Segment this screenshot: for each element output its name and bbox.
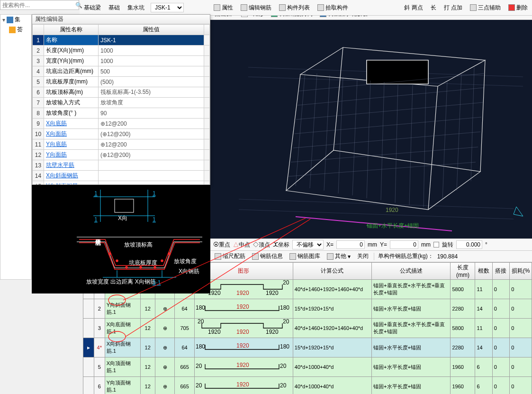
rebar-lap[interactable]: 0 [492, 338, 509, 357]
rebar-calc[interactable]: 40*d+1460+1920+1460+40*d [293, 280, 371, 299]
rebar-l[interactable]: 705 [175, 319, 195, 338]
rebar-row[interactable]: 6Y向顶面钢筋.112⊕665 20 1920 2040*d+1000+40*d… [83, 377, 532, 394]
collapse-icon[interactable]: ▾ [2, 17, 5, 23]
preview-2d[interactable]: 1 1 1 1 X向 坑壁水平筋 放坡顶标高 坑底板厚度 放坡角度 X向钢筋 [32, 185, 210, 293]
rebar-calc[interactable]: 40*d+1000+40*d [293, 377, 371, 394]
rebar-l[interactable]: 665 [175, 377, 195, 394]
prop-row[interactable]: 4坑底出边距离(mm)500 [33, 66, 210, 77]
col-len[interactable]: 长度(mm) [451, 263, 475, 280]
rebar-loss[interactable]: 0 [510, 357, 532, 377]
rebar-loss[interactable]: 0 [510, 299, 532, 319]
btn-list[interactable]: 构件列表 [278, 3, 311, 13]
prop-row[interactable]: 10X向面筋(⊕12@200) [33, 129, 210, 139]
rebar-cnt[interactable]: 6 [475, 357, 492, 377]
rebar-l[interactable]: 64 [175, 338, 195, 357]
rebar-row[interactable]: 2Y向斜面钢筋.112⊕64 180 1920 18015*d+1920+15*… [83, 299, 532, 319]
snap-vertex[interactable]: ◇顶点 [253, 241, 270, 249]
btn-edit-rebar[interactable]: 编辑钢筋 [239, 3, 273, 13]
top-tab-b[interactable]: 基础 [107, 3, 121, 13]
rebar-lap[interactable]: 0 [492, 319, 509, 338]
top-select-component[interactable]: JSK-1 [151, 3, 184, 12]
prop-value[interactable] [99, 160, 204, 171]
rebar-loss[interactable]: 0 [510, 377, 532, 394]
offset-select[interactable]: 不偏移 [292, 240, 324, 249]
prop-value[interactable]: 放坡角度 [99, 98, 204, 108]
prop-row[interactable]: 6坑板顶标高(m)筏板底标高-1(-3.55) [33, 87, 210, 98]
rebar-dia[interactable]: 12 [140, 377, 155, 394]
rebar-shape[interactable]: 20 1920 20 [194, 377, 293, 394]
prop-row[interactable]: 8放坡角度(° )90 [33, 108, 210, 119]
prop-value[interactable]: ⊕12@200 [99, 139, 204, 150]
rebar-lap[interactable]: 0 [492, 357, 509, 377]
rebar-shape[interactable]: 20 1920 1920 1920 20 [194, 319, 293, 338]
rebar-lvl[interactable]: ⊕ [155, 357, 175, 377]
btn-endpt[interactable]: 斜 两点 [403, 3, 424, 13]
rebar-row[interactable]: 3X向底面钢筋.112⊕705 20 1920 1920 1920 2040*d… [83, 319, 532, 338]
btn-other[interactable]: 其他▾ [325, 251, 352, 261]
prop-row[interactable]: 13坑壁水平筋 [33, 160, 210, 171]
rebar-l[interactable]: 665 [175, 357, 195, 377]
rebar-calc[interactable]: 15*d+1920+15*d [293, 338, 371, 357]
prop-row[interactable]: 12Y向面筋(⊕12@200) [33, 150, 210, 160]
prop-row[interactable]: 5坑底板厚度(mm)(500) [33, 77, 210, 87]
viewport-3d[interactable]: 1920 锚固+水平长度+锚固 [210, 20, 532, 238]
search-input[interactable] [0, 1, 75, 9]
prop-value[interactable] [99, 181, 204, 185]
rebar-shape[interactable]: 20 1920 20 [194, 357, 293, 377]
rebar-lvl[interactable]: ⊕ [155, 338, 175, 357]
rebar-cnt[interactable]: 11 [475, 280, 492, 299]
rebar-cnt[interactable]: 14 [475, 299, 492, 319]
rebar-dia[interactable]: 12 [140, 299, 155, 319]
prop-value[interactable]: (⊕12@200) [99, 129, 204, 139]
prop-row[interactable]: 1名称JSK-1 [33, 35, 210, 46]
rebar-loss[interactable]: 0 [510, 280, 532, 299]
snap-endpt[interactable]: ⦿重点 [213, 241, 230, 249]
top-tab-c[interactable]: 集水坑 [126, 3, 146, 13]
col-desc[interactable]: 公式描述 [372, 263, 451, 280]
y-input[interactable] [390, 240, 418, 249]
property-grid[interactable]: 属性名称 属性值 1名称JSK-12长度(X向)(mm)10003宽度(Y向)(… [32, 24, 210, 184]
prop-value[interactable]: 90 [99, 108, 204, 119]
component-tree[interactable]: ▾ 集 荟 [0, 14, 32, 280]
rebar-lvl[interactable]: ⊕ [155, 299, 175, 319]
rebar-cnt[interactable]: 6 [475, 377, 492, 394]
prop-row[interactable]: 11Y向底筋⊕12@200 [33, 139, 210, 150]
rebar-loss[interactable]: 0 [510, 338, 532, 357]
rebar-cnt[interactable]: 14 [475, 338, 492, 357]
rebar-dia[interactable]: 12 [140, 338, 155, 357]
prop-row[interactable]: 7放坡输入方式放坡角度 [33, 98, 210, 108]
snap-midpt[interactable]: △中点 [233, 241, 250, 249]
rebar-row[interactable]: 5X向顶面钢筋.112⊕665 20 1920 2040*d+1000+40*d… [83, 357, 532, 377]
rebar-shape[interactable]: 180 1920 180 [194, 338, 293, 357]
rebar-shape[interactable]: 180 1920 180 [194, 299, 293, 319]
snap-coord[interactable]: ⵋ坐标 [273, 241, 289, 249]
prop-row[interactable]: 14X向斜面钢筋 [33, 171, 210, 181]
btn-close[interactable]: 关闭 [356, 251, 370, 261]
search-icon[interactable]: 🔍 [75, 0, 82, 9]
rebar-cnt[interactable]: 11 [475, 319, 492, 338]
rot-input[interactable] [456, 240, 482, 249]
rebar-lap[interactable]: 0 [492, 377, 509, 394]
rebar-dia[interactable]: 12 [140, 357, 155, 377]
prop-row[interactable]: 3宽度(Y向)(mm)1000 [33, 56, 210, 66]
rebar-loss[interactable]: 0 [510, 319, 532, 338]
rebar-lap[interactable]: 0 [492, 299, 509, 319]
rebar-calc[interactable]: 40*d+1000+40*d [293, 357, 371, 377]
rebar-calc[interactable]: 40*d+1460+1920+1460+40*d [293, 319, 371, 338]
rebar-lvl[interactable]: ⊕ [155, 319, 175, 338]
prop-value[interactable]: 筏板底标高-1(-3.55) [99, 87, 204, 98]
prop-value[interactable]: (⊕12@200) [99, 150, 204, 160]
tree-node-child[interactable]: 荟 [0, 25, 31, 35]
prop-row[interactable]: 2长度(X向)(mm)1000 [33, 46, 210, 56]
x-input[interactable] [336, 240, 365, 249]
btn-rebar-info[interactable]: 钢筋信息 [251, 251, 284, 261]
col-lap[interactable]: 搭接 [492, 263, 509, 280]
prop-value[interactable]: 500 [99, 66, 204, 77]
btn-props[interactable]: 属性 [212, 3, 234, 13]
prop-row[interactable]: 9X向底筋⊕12@200 [33, 119, 210, 129]
rebar-lap[interactable]: 0 [492, 280, 509, 299]
prop-value[interactable]: JSK-1 [99, 35, 204, 46]
btn-3pt[interactable]: 三点辅助 [469, 3, 502, 13]
btn-addpt[interactable]: 打 点加 [442, 3, 464, 13]
btn-scale-rebar[interactable]: 缩尺配筋 [213, 251, 247, 261]
